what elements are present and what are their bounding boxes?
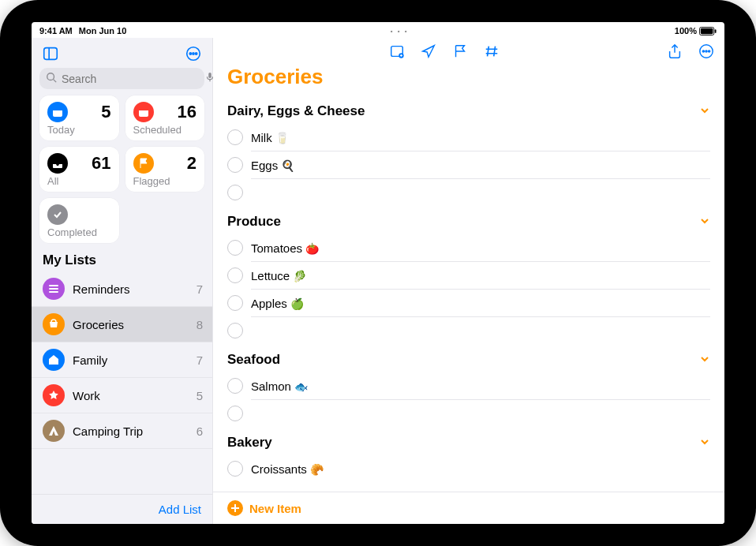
list-row-work[interactable]: Work5 — [32, 378, 212, 413]
more-button[interactable] — [698, 43, 715, 60]
completion-circle[interactable] — [227, 240, 243, 256]
completion-circle[interactable] — [227, 461, 243, 477]
completion-circle[interactable] — [227, 323, 243, 338]
section-title: Produce — [227, 214, 281, 230]
list-row-groceries[interactable]: Groceries8 — [32, 307, 212, 342]
today-count: 5 — [101, 102, 110, 122]
new-item-button[interactable]: New Item — [213, 492, 724, 524]
reminder-row[interactable]: Lettuce 🥬 — [227, 262, 710, 289]
list-count: 5 — [196, 389, 203, 402]
list-icon — [43, 384, 65, 406]
svg-rect-3 — [44, 48, 58, 60]
multitask-dots-icon[interactable]: • • • — [391, 28, 409, 35]
completion-circle[interactable] — [227, 406, 243, 421]
flagged-label: Flagged — [133, 175, 197, 187]
plus-circle-icon — [227, 500, 243, 516]
reminder-text: Croissants 🥐 — [251, 462, 324, 476]
section-header[interactable]: Dairy, Eggs & Cheese — [227, 95, 710, 124]
my-lists: Reminders7Groceries8Family7Work5Camping … — [32, 271, 212, 494]
svg-line-19 — [488, 47, 489, 57]
reminder-text: Eggs 🍳 — [251, 159, 294, 172]
list-name: Work — [73, 389, 189, 402]
flagged-count: 2 — [187, 153, 196, 174]
location-button[interactable] — [420, 43, 437, 60]
device-frame: 9:41 AM Mon Jun 10 • • • 100% — [0, 0, 756, 546]
reminder-row[interactable]: Croissants 🥐 — [227, 455, 710, 482]
share-button[interactable] — [666, 43, 683, 60]
scheduled-label: Scheduled — [133, 124, 197, 136]
svg-point-8 — [196, 53, 197, 54]
chevron-down-icon — [699, 215, 710, 229]
svg-line-20 — [494, 47, 496, 57]
reminder-text: Lettuce 🥬 — [251, 269, 306, 282]
svg-rect-2 — [715, 29, 717, 33]
reminder-sections: Dairy, Eggs & CheeseMilk 🥛Eggs 🍳 Produce… — [213, 95, 724, 492]
section-header[interactable]: Produce — [227, 206, 710, 234]
reminder-row[interactable]: Milk 🥛 — [227, 124, 710, 151]
emoji-icon: 🐟 — [294, 380, 308, 393]
flag-icon — [133, 153, 154, 174]
section-header[interactable]: Seafood — [227, 344, 710, 372]
empty-reminder-row[interactable] — [227, 400, 710, 427]
scheduled-count: 16 — [178, 102, 196, 122]
reminder-row[interactable]: Apples 🍏 — [227, 290, 710, 316]
smart-list-flagged[interactable]: 2 Flagged — [125, 147, 205, 192]
smart-list-all[interactable]: 61 All — [39, 147, 119, 192]
sidebar-more-button[interactable] — [182, 43, 204, 65]
smart-list-today[interactable]: 5 Today — [39, 95, 119, 140]
completion-circle[interactable] — [227, 267, 243, 283]
list-row-family[interactable]: Family7 — [32, 342, 212, 378]
sidebar-toggle-button[interactable] — [39, 43, 62, 65]
list-title: Groceries — [213, 62, 724, 95]
list-row-reminders[interactable]: Reminders7 — [32, 271, 212, 307]
my-lists-title: My Lists — [32, 243, 212, 271]
smart-list-scheduled[interactable]: 16 Scheduled — [125, 95, 205, 140]
list-count: 8 — [196, 318, 203, 331]
list-count: 6 — [196, 424, 203, 438]
reminder-text: Tomatoes 🍅 — [251, 241, 319, 255]
sidebar: 5 Today 16 Scheduled — [32, 38, 213, 524]
list-icon — [43, 278, 65, 300]
today-label: Today — [47, 124, 111, 136]
svg-rect-11 — [208, 73, 211, 78]
emoji-icon: 🥐 — [310, 463, 324, 476]
battery-icon — [699, 27, 717, 36]
empty-reminder-row[interactable] — [227, 179, 710, 206]
calendar-today-icon — [47, 102, 68, 122]
completion-circle[interactable] — [227, 295, 243, 311]
reminder-row[interactable]: Tomatoes 🍅 — [227, 234, 710, 261]
search-input[interactable] — [62, 73, 200, 85]
reminder-row[interactable]: Eggs 🍳 — [227, 151, 710, 178]
list-icon — [43, 420, 65, 442]
list-name: Family — [73, 353, 189, 367]
emoji-icon: 🥛 — [275, 132, 289, 144]
battery-percent: 100% — [675, 26, 697, 36]
device-bezel: 9:41 AM Mon Jun 10 • • • 100% — [9, 9, 747, 537]
completion-circle[interactable] — [227, 378, 243, 394]
list-row-camping-trip[interactable]: Camping Trip6 — [32, 413, 212, 449]
search-field[interactable] — [39, 68, 204, 89]
chevron-down-icon — [699, 353, 710, 367]
tag-button[interactable] — [483, 43, 500, 60]
add-list-button[interactable]: Add List — [159, 503, 201, 516]
completion-circle[interactable] — [227, 129, 243, 145]
list-icon — [43, 313, 65, 335]
content-pane: Groceries Dairy, Eggs & CheeseMilk 🥛Eggs… — [213, 38, 724, 524]
content-toolbar — [213, 38, 724, 62]
section-header[interactable]: Bakery — [227, 427, 710, 455]
search-icon — [46, 72, 57, 85]
svg-rect-16 — [139, 108, 148, 110]
smart-list-completed[interactable]: Completed — [39, 198, 119, 243]
list-name: Camping Trip — [73, 424, 189, 438]
template-button[interactable] — [388, 43, 406, 60]
all-count: 61 — [92, 153, 110, 174]
emoji-icon: 🍅 — [305, 242, 319, 255]
empty-reminder-row[interactable] — [227, 317, 710, 344]
flag-button[interactable] — [451, 43, 469, 60]
app-body: 5 Today 16 Scheduled — [32, 38, 724, 524]
completed-label: Completed — [47, 226, 111, 238]
completion-circle[interactable] — [227, 185, 243, 200]
svg-point-9 — [47, 73, 54, 80]
reminder-row[interactable]: Salmon 🐟 — [227, 372, 710, 399]
completion-circle[interactable] — [227, 157, 243, 173]
